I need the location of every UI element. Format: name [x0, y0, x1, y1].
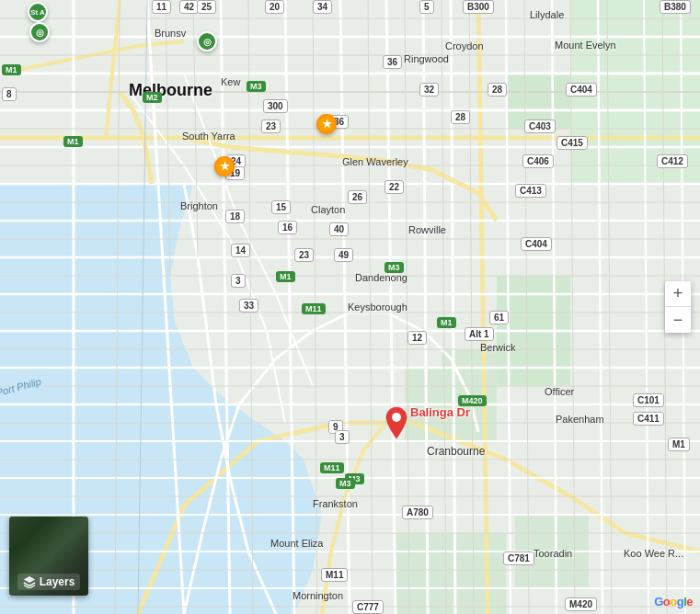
google-logo: Google — [654, 595, 693, 608]
location-marker[interactable]: Balinga Dr — [384, 407, 408, 438]
star-marker-2[interactable]: ★ — [214, 156, 235, 176]
map-container[interactable]: Melbourne Brunsv Kew South Yarra Brighto… — [0, 0, 700, 614]
layers-label-row: Layers — [17, 574, 81, 590]
zoom-controls: + − — [665, 281, 691, 333]
green-marker-2[interactable]: ◎ — [29, 22, 50, 42]
green-marker-3[interactable]: ◎ — [197, 31, 217, 51]
zoom-out-button[interactable]: − — [665, 307, 691, 333]
green-marker-1[interactable]: St A — [28, 2, 48, 22]
layers-icon — [23, 575, 36, 588]
svg-rect-4 — [506, 74, 570, 129]
layers-control[interactable]: Layers — [9, 517, 88, 596]
star-marker-1[interactable]: ★ — [316, 114, 337, 134]
map-background — [0, 0, 700, 614]
svg-point-67 — [392, 413, 401, 422]
marker-label: Balinga Dr — [410, 405, 470, 419]
layers-label-text: Layers — [40, 575, 75, 588]
zoom-in-button[interactable]: + — [665, 281, 691, 307]
